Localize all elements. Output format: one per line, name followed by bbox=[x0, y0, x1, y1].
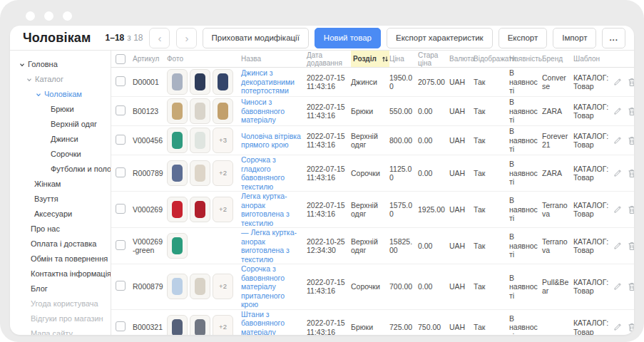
product-name-link[interactable]: Легка куртка-анорак виготовлена з тексти… bbox=[241, 192, 307, 227]
col-header-stock[interactable]: Наявність bbox=[509, 55, 542, 63]
export-button[interactable]: Експорт bbox=[499, 28, 548, 48]
sidebar-item-cholovikam[interactable]: Чоловікам bbox=[10, 87, 111, 102]
product-photo[interactable] bbox=[167, 315, 188, 336]
sort-icon[interactable] bbox=[382, 56, 389, 63]
edit-icon[interactable] bbox=[613, 136, 622, 145]
sidebar-item-pro-nas[interactable]: Про нас bbox=[10, 222, 111, 237]
more-photos-badge[interactable]: +3 bbox=[213, 128, 233, 153]
col-header-old-price[interactable]: Стара ціна bbox=[418, 51, 449, 67]
product-name-link[interactable]: Штани з бавовняного матеріалу прямого кр… bbox=[241, 310, 307, 336]
sidebar-item-sorochky[interactable]: Сорочки bbox=[10, 147, 111, 162]
sidebar-item-uhoda-korystuvacha[interactable]: Угода користувача bbox=[10, 296, 111, 311]
select-all-checkbox[interactable] bbox=[116, 54, 126, 64]
more-photos-badge[interactable]: +2 bbox=[213, 197, 233, 222]
sidebar-item-obmin-ta-povernennia[interactable]: Обмін та повернення bbox=[10, 252, 111, 266]
delete-icon[interactable] bbox=[628, 169, 634, 178]
product-photo[interactable] bbox=[190, 128, 210, 153]
delete-icon[interactable] bbox=[628, 242, 634, 251]
row-checkbox[interactable] bbox=[116, 135, 126, 145]
sidebar-item-oplata-i-dostavka[interactable]: Оплата і доставка bbox=[10, 237, 111, 252]
prev-page-button[interactable]: ‹ bbox=[149, 28, 170, 48]
edit-icon[interactable] bbox=[613, 78, 622, 87]
product-photo[interactable] bbox=[167, 197, 188, 222]
delete-icon[interactable] bbox=[628, 136, 634, 145]
edit-icon[interactable] bbox=[613, 323, 622, 332]
col-header-section[interactable]: Розділ bbox=[351, 51, 389, 67]
row-checkbox[interactable] bbox=[116, 204, 126, 214]
product-photo[interactable] bbox=[213, 69, 233, 95]
hide-modifications-button[interactable]: Приховати модифікації bbox=[203, 28, 309, 48]
col-header-display[interactable]: Відображати bbox=[474, 55, 509, 63]
import-button[interactable]: Імпорт bbox=[553, 28, 596, 48]
sidebar-item-holovna[interactable]: Головна bbox=[10, 57, 111, 72]
row-checkbox[interactable] bbox=[116, 167, 126, 177]
col-header-sku[interactable]: Артикул bbox=[133, 55, 167, 63]
sidebar-item-vidhuky-pro-mahazyn[interactable]: Відгуки про магазин bbox=[10, 311, 111, 326]
sidebar-item-zhinkam[interactable]: Жінкам bbox=[10, 177, 111, 192]
window-minimize-icon[interactable] bbox=[44, 11, 53, 21]
col-header-brand[interactable]: Бренд bbox=[542, 55, 573, 63]
product-photo[interactable] bbox=[167, 98, 188, 124]
sidebar-item-briuky[interactable]: Брюки bbox=[10, 102, 111, 117]
col-header-name[interactable]: Назва bbox=[241, 55, 307, 63]
sidebar-item-futbolky-y-polo[interactable]: Футболки и поло bbox=[10, 162, 111, 177]
product-name-link[interactable]: Чиноси з бавовняного матеріалу bbox=[241, 98, 307, 125]
sidebar-item-kataloh[interactable]: Каталог bbox=[10, 72, 111, 87]
product-photo[interactable] bbox=[190, 69, 210, 95]
col-header-photo[interactable]: Фото bbox=[167, 55, 241, 63]
window-close-icon[interactable] bbox=[26, 11, 35, 21]
product-photo[interactable] bbox=[167, 274, 188, 299]
new-product-button[interactable]: Новий товар bbox=[315, 28, 381, 48]
product-name-link[interactable]: Джинси з декоративними потертостями bbox=[241, 68, 307, 95]
delete-icon[interactable] bbox=[628, 323, 634, 332]
next-page-button[interactable]: › bbox=[176, 28, 197, 48]
row-checkbox[interactable] bbox=[116, 281, 126, 291]
delete-icon[interactable] bbox=[628, 107, 634, 116]
more-photos-badge[interactable]: +2 bbox=[213, 274, 233, 299]
sidebar-item-kontaktna-informatsiia[interactable]: Контактна інформація bbox=[10, 266, 111, 281]
product-photo[interactable] bbox=[167, 128, 188, 153]
more-photos-badge[interactable]: +2 bbox=[213, 160, 233, 186]
product-photo[interactable] bbox=[190, 274, 210, 299]
window-maximize-icon[interactable] bbox=[63, 11, 72, 21]
row-checkbox[interactable] bbox=[116, 76, 126, 86]
more-button[interactable]: ... bbox=[602, 28, 625, 48]
edit-icon[interactable] bbox=[613, 205, 622, 214]
product-photo[interactable] bbox=[190, 315, 210, 336]
col-header-price[interactable]: Ціна bbox=[389, 55, 418, 63]
edit-icon[interactable] bbox=[613, 107, 622, 116]
product-photo[interactable] bbox=[190, 98, 210, 124]
export-characteristics-button[interactable]: Експорт характеристик bbox=[387, 28, 493, 48]
product-name-link[interactable]: Сорочка з гладкого бавовняного текстилю bbox=[241, 155, 307, 191]
product-name-link[interactable]: Чоловіча вітрівка прямого крою bbox=[241, 132, 307, 150]
sidebar-item-verkhnii-odiah[interactable]: Верхній одяг bbox=[10, 117, 111, 132]
product-photo[interactable] bbox=[213, 98, 233, 124]
col-header-currency[interactable]: Валюта bbox=[449, 55, 474, 63]
delete-icon[interactable] bbox=[628, 78, 634, 87]
sidebar-item-mapa-saitu[interactable]: Мапа сайту bbox=[10, 326, 111, 335]
col-header-template[interactable]: Шаблон bbox=[573, 55, 613, 63]
product-photo[interactable] bbox=[190, 160, 210, 186]
delete-icon[interactable] bbox=[628, 282, 634, 291]
product-photo[interactable] bbox=[167, 160, 188, 186]
product-photo[interactable] bbox=[190, 197, 210, 222]
sidebar-item-vzuttia[interactable]: Взуття bbox=[10, 192, 111, 207]
edit-icon[interactable] bbox=[613, 282, 622, 291]
product-name-link[interactable]: Сорочка з бавовняного матеріалу притален… bbox=[241, 264, 307, 309]
product-photo[interactable] bbox=[167, 69, 188, 95]
edit-icon[interactable] bbox=[613, 169, 622, 178]
col-header-date[interactable]: Дата додавання bbox=[307, 51, 351, 67]
edit-icon[interactable] bbox=[613, 242, 622, 251]
sidebar-item-dzhynsy[interactable]: Джинси bbox=[10, 132, 111, 147]
product-name-link[interactable]: — Легка куртка-анорак виготовлена з текс… bbox=[241, 228, 307, 264]
row-checkbox[interactable] bbox=[116, 105, 126, 115]
product-photo[interactable] bbox=[167, 233, 188, 259]
sidebar-item-bloh[interactable]: Блог bbox=[10, 281, 111, 296]
garment-image bbox=[195, 132, 205, 149]
sidebar-item-aksesuary[interactable]: Аксесуари bbox=[10, 207, 111, 222]
main-area: ГоловнаКаталогЧоловікамБрюкиВерхній одяг… bbox=[10, 51, 634, 335]
row-checkbox[interactable] bbox=[116, 240, 126, 250]
delete-icon[interactable] bbox=[628, 205, 634, 214]
row-checkbox[interactable] bbox=[116, 321, 126, 331]
more-photos-badge[interactable]: +2 bbox=[213, 315, 233, 336]
